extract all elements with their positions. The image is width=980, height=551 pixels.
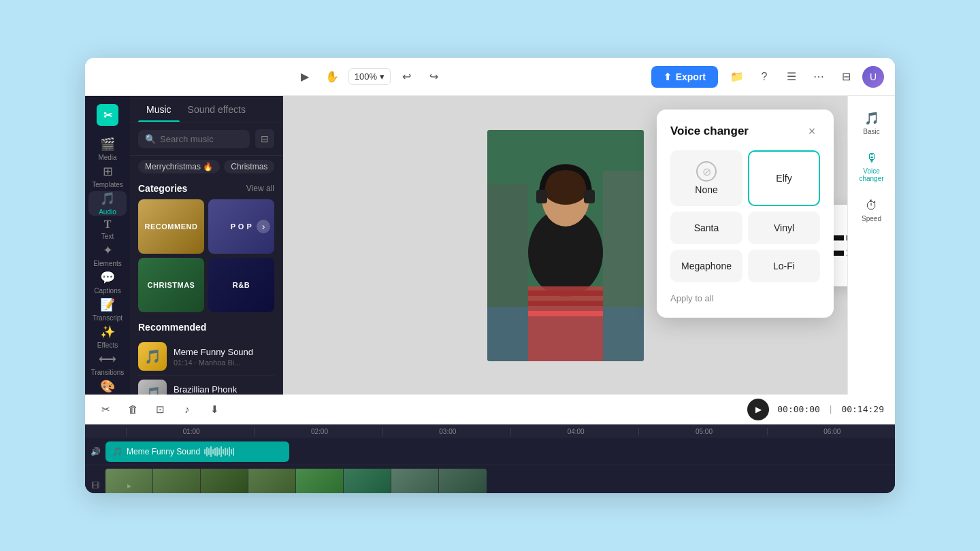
categories-grid: RECOMMEND P O P › CHRISTMAS	[138, 199, 274, 312]
music-item-brazillian[interactable]: 🎵 Brazillian Phonk 02:03 · Killa Storm	[138, 375, 274, 395]
video-strip: ▶	[105, 469, 487, 493]
audio-panel: Music Sound effects 🔍 ⊟ Merrychristmas 🔥	[130, 96, 283, 395]
preview-area: Voice changer × ⊘ None Elfy	[283, 96, 847, 395]
vc-option-lofi[interactable]: Lo-Fi	[748, 250, 820, 282]
right-panel: 🎵 Basic 🎙 Voice changer ⏱ Speed	[847, 96, 895, 395]
video-preview	[487, 130, 644, 361]
category-rnb[interactable]: R&B	[208, 258, 274, 312]
ruler-mark-2: 03:00	[382, 428, 510, 435]
export-icon: ⬆	[664, 71, 672, 82]
video-track-row: 🎞 ▶	[85, 465, 895, 493]
rp-item-voice-changer[interactable]: 🎙 Voice changer	[853, 148, 891, 186]
settings-btn[interactable]: ☰	[781, 66, 802, 88]
audio-track-content[interactable]: 🎵 Meme Funny Sound	[105, 438, 895, 465]
transcript-icon: 📝	[100, 297, 115, 312]
music-note-icon: 🎵	[112, 447, 122, 456]
audio-track-label: 🔊	[85, 447, 105, 456]
tab-sound-effects[interactable]: Sound effects	[180, 96, 254, 122]
audio-clip[interactable]: 🎵 Meme Funny Sound	[105, 441, 289, 462]
view-all-link[interactable]: View all	[246, 184, 274, 193]
project-btn[interactable]: 📁	[726, 66, 748, 88]
ruler-mark-4: 05:00	[638, 428, 766, 435]
category-pop[interactable]: P O P ›	[208, 199, 274, 254]
apply-to-all-button[interactable]: Apply to all	[670, 293, 714, 303]
vc-option-none[interactable]: ⊘ None	[670, 150, 742, 206]
person-graphic	[487, 130, 644, 361]
left-sidebar: ✂ 🎬 Media ⊞ Templates 🎵 Audio T Text ✦ E…	[85, 96, 130, 395]
pop-arrow-icon: ›	[257, 220, 270, 233]
zoom-control[interactable]: 100% ▾	[348, 68, 391, 85]
sidebar-item-elements[interactable]: ✦ Elements	[88, 243, 127, 267]
pointer-tool[interactable]: ▶	[294, 66, 316, 88]
hand-tool[interactable]: ✋	[321, 66, 343, 88]
categories-header: Categories View all	[138, 183, 274, 194]
export-button[interactable]: ⬆ Export	[651, 66, 718, 88]
vc-option-santa[interactable]: Santa	[670, 212, 742, 244]
search-input[interactable]	[160, 134, 243, 144]
transitions-icon: ⟷	[99, 352, 116, 367]
help-btn[interactable]: ?	[753, 66, 775, 88]
chevron-down-icon: ▾	[380, 71, 385, 82]
split-view-btn[interactable]: ⊟	[835, 66, 857, 88]
undo-button[interactable]: ↩	[396, 66, 418, 88]
music-item-meme[interactable]: 🎵 Meme Funny Sound 01:14 · Manhoa Bi...	[138, 338, 274, 375]
elements-icon: ✦	[103, 243, 113, 258]
audio-icon: 🎵	[100, 191, 115, 206]
vc-option-megaphone[interactable]: Megaphone	[670, 250, 742, 282]
music-thumb-brazillian: 🎵	[138, 380, 167, 395]
tag-merrychristmas[interactable]: Merrychristmas 🔥	[138, 160, 220, 173]
header-right: 📁 ? ☰ ⋯ ⊟ U	[726, 66, 884, 88]
canvas-area: Voice changer × ⊘ None Elfy	[283, 96, 847, 395]
vc-close-button[interactable]: ×	[804, 123, 820, 139]
main-content: ✂ 🎬 Media ⊞ Templates 🎵 Audio T Text ✦ E…	[85, 96, 895, 395]
rp-item-speed[interactable]: ⏱ Speed	[853, 191, 891, 229]
sidebar-item-text[interactable]: T Text	[88, 218, 127, 240]
crop-button[interactable]: ⊡	[150, 400, 169, 419]
vc-title: Voice changer	[670, 124, 749, 138]
svg-rect-9	[528, 286, 603, 361]
tab-music[interactable]: Music	[138, 96, 180, 122]
voice-changer-icon: 🎙	[866, 151, 878, 165]
recommended-title: Recommended	[138, 322, 274, 333]
vc-header: Voice changer ×	[670, 123, 820, 139]
sidebar-item-captions[interactable]: 💬 Captions	[88, 270, 127, 295]
delete-button[interactable]: 🗑	[123, 400, 142, 419]
ruler-mark-5: 06:00	[767, 428, 895, 435]
download-button[interactable]: ⬇	[205, 400, 224, 419]
panel-scroll: Categories View all RECOMMEND P O P ›	[130, 178, 282, 395]
sidebar-item-effects[interactable]: ✨ Effects	[88, 324, 127, 349]
tag-christmas[interactable]: Christmas	[224, 160, 274, 173]
music-info-brazillian: Brazillian Phonk 02:03 · Killa Storm	[174, 384, 274, 395]
category-christmas[interactable]: CHRISTMAS	[138, 258, 204, 312]
more-btn[interactable]: ⋯	[808, 66, 830, 88]
video-track-content[interactable]: ▶	[105, 465, 895, 493]
timeline-ruler: 01:00 02:00 03:00 04:00 05:00 06:00	[85, 424, 895, 438]
app-window: ▶ ✋ 100% ▾ ↩ ↪ ⬆ Export 📁 ? ☰ ⋯ ⊟ U ✂	[85, 58, 895, 493]
sidebar-item-audio[interactable]: 🎵 Audio	[88, 191, 127, 216]
music-info-meme: Meme Funny Sound 01:14 · Manhoa Bi...	[174, 347, 274, 367]
split-button[interactable]: ✂	[96, 400, 115, 419]
search-wrap[interactable]: 🔍	[138, 130, 250, 148]
avatar[interactable]: U	[862, 66, 884, 88]
effects-icon: ✨	[100, 324, 115, 339]
voice-changer-popup: Voice changer × ⊘ None Elfy	[657, 110, 834, 318]
rp-item-basic[interactable]: 🎵 Basic	[853, 104, 891, 142]
sidebar-item-templates[interactable]: ⊞ Templates	[88, 164, 127, 188]
timeline-area: ✂ 🗑 ⊡ ♪ ⬇ ▶ 00:00:00 | 00:14:29 01:00 02…	[85, 395, 895, 493]
vc-option-vinyl[interactable]: Vinyl	[748, 212, 820, 244]
sidebar-item-media[interactable]: 🎬 Media	[88, 137, 127, 161]
detach-audio-button[interactable]: ♪	[178, 400, 197, 419]
timeline-tracks: 01:00 02:00 03:00 04:00 05:00 06:00 🔊 🎵 …	[85, 424, 895, 493]
svg-rect-7	[536, 190, 547, 203]
search-icon: 🔍	[145, 134, 156, 144]
category-recommend[interactable]: RECOMMEND	[138, 199, 204, 254]
sidebar-item-transcript[interactable]: 📝 Transcript	[88, 297, 127, 322]
redo-button[interactable]: ↪	[423, 66, 445, 88]
vc-option-elfy[interactable]: Elfy	[748, 150, 820, 206]
ruler-mark-3: 04:00	[510, 428, 638, 435]
filter-button[interactable]: ⊟	[255, 129, 274, 148]
sidebar-item-transitions[interactable]: ⟷ Transitions	[88, 352, 127, 376]
sidebar-item-filters[interactable]: 🎨 Filters	[88, 379, 127, 395]
play-button[interactable]: ▶	[747, 399, 769, 420]
header-tools: ▶ ✋ 100% ▾ ↩ ↪	[96, 66, 643, 88]
